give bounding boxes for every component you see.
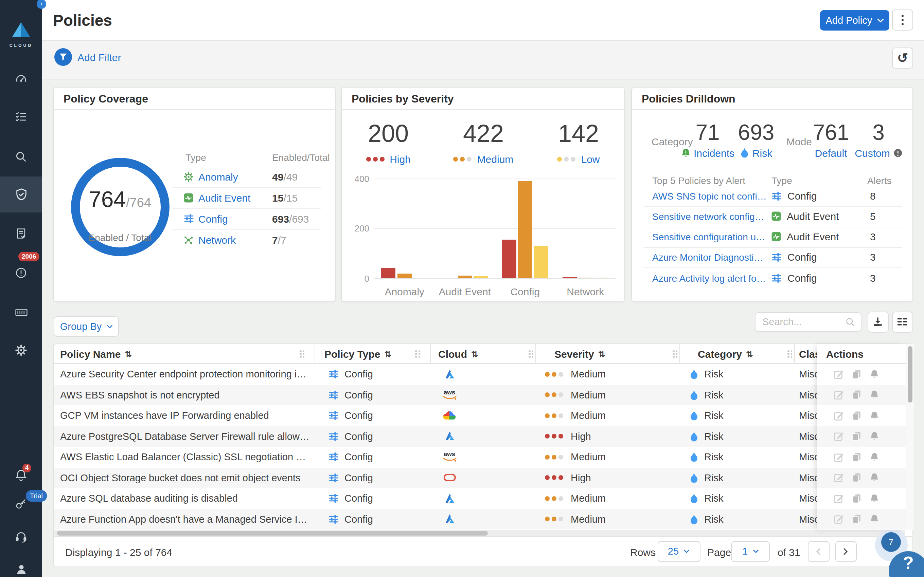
table-row[interactable]: Azure SQL database auditing is disabledC…: [53, 488, 905, 509]
type-link[interactable]: Audit Event: [199, 192, 250, 203]
gcp-cloud-icon: [443, 411, 456, 421]
column-header-name[interactable]: Policy Name⇅: [60, 344, 131, 364]
drilldown-stat-label-custom[interactable]: Custom: [855, 147, 902, 158]
cloud-logo[interactable]: CLOUD: [0, 22, 42, 48]
alarm-bell-icon[interactable]: [870, 493, 879, 504]
policy-link[interactable]: Sensitive configuration upd...: [652, 226, 768, 247]
table-horizontal-scrollbar[interactable]: [53, 530, 905, 536]
reset-filters-button[interactable]: ↺: [892, 48, 913, 69]
policy-link[interactable]: Sensitive network configur...: [652, 206, 768, 226]
stat-label[interactable]: High: [389, 153, 411, 164]
alarm-bell-icon[interactable]: [870, 390, 879, 400]
policy-name-cell[interactable]: AWS EBS snapshot is not encrypted: [60, 385, 310, 405]
more-actions-button[interactable]: [892, 10, 913, 31]
search-input[interactable]: [762, 313, 840, 331]
column-header-category[interactable]: Category⇅: [698, 344, 752, 364]
policy-link[interactable]: AWS SNS topic not configu...: [652, 186, 768, 206]
sidebar-item-dashboard[interactable]: [0, 64, 42, 94]
stat-label[interactable]: Low: [581, 153, 599, 164]
alarm-bell-icon[interactable]: [870, 411, 879, 421]
column-drag-handle[interactable]: [673, 350, 677, 358]
table-vertical-scrollbar[interactable]: [905, 344, 913, 530]
policy-link[interactable]: Azure Monitor Diagnostic ...: [652, 247, 768, 267]
edit-icon[interactable]: [834, 452, 844, 462]
sidebar-item-investigate[interactable]: [0, 142, 42, 172]
sidebar-item-notifications[interactable]: [0, 460, 42, 490]
column-header-severity[interactable]: Severity⇅: [554, 344, 604, 364]
sort-icon[interactable]: ⇅: [471, 349, 477, 359]
table-row[interactable]: Azure Security Center endpoint protectio…: [53, 364, 905, 385]
policy-name-cell[interactable]: Azure SQL database auditing is disabled: [60, 488, 310, 509]
edit-icon[interactable]: [834, 514, 844, 524]
stat-label[interactable]: Medium: [477, 153, 514, 164]
clone-icon[interactable]: [852, 452, 861, 462]
policy-name-cell[interactable]: Azure PostgreSQL Database Server Firewal…: [60, 426, 310, 446]
clone-icon[interactable]: [852, 411, 861, 421]
table-row[interactable]: AWS Elastic Load Balancer (Classic) SSL …: [53, 446, 905, 467]
policy-name-cell[interactable]: Azure Function App doesn't have a Manage…: [60, 509, 310, 529]
sidebar-item-compute[interactable]: [0, 297, 42, 327]
clone-icon[interactable]: [852, 369, 861, 379]
group-by-dropdown[interactable]: Group By: [54, 316, 119, 337]
alarm-bell-icon[interactable]: [870, 431, 879, 442]
sort-icon[interactable]: ⇅: [384, 349, 391, 359]
sidebar-item-inventory[interactable]: [0, 102, 42, 132]
sidebar-item-compliance[interactable]: [0, 218, 42, 248]
edit-icon[interactable]: [834, 369, 844, 379]
column-drag-handle[interactable]: [528, 350, 533, 358]
drilldown-stat-label-default[interactable]: Default: [815, 147, 847, 158]
clone-icon[interactable]: [852, 514, 861, 524]
clone-icon[interactable]: [852, 390, 861, 400]
column-settings-button[interactable]: [892, 311, 913, 332]
add-filter-button[interactable]: Add Filter: [78, 52, 121, 63]
next-page-button[interactable]: [835, 541, 856, 562]
table-row[interactable]: OCI Object Storage bucket does not emit …: [53, 467, 905, 488]
type-link[interactable]: Config: [199, 213, 228, 224]
sidebar-item-profile[interactable]: [0, 554, 42, 577]
table-row[interactable]: GCP VM instances have IP Forwarding enab…: [53, 405, 905, 426]
policy-link[interactable]: Azure Activity log alert for ...: [652, 268, 768, 288]
sidebar-item-support[interactable]: [0, 522, 42, 552]
clone-icon[interactable]: [852, 493, 861, 504]
type-link[interactable]: Network: [199, 234, 236, 245]
policy-name-cell[interactable]: AWS Elastic Load Balancer (Classic) SSL …: [60, 446, 310, 467]
column-drag-handle[interactable]: [300, 350, 304, 358]
page-select[interactable]: 1: [731, 541, 770, 562]
column-drag-handle[interactable]: [787, 350, 792, 358]
sort-icon[interactable]: ⇅: [125, 349, 131, 359]
sidebar-item-policies[interactable]: [0, 176, 42, 213]
policy-name-cell[interactable]: OCI Object Storage bucket does not emit …: [60, 467, 310, 488]
column-header-type[interactable]: Policy Type⇅: [325, 344, 391, 364]
type-link[interactable]: Anomaly: [199, 171, 238, 182]
sort-icon[interactable]: ⇅: [598, 349, 604, 359]
sort-icon[interactable]: ⇅: [746, 349, 752, 359]
table-row[interactable]: Azure Function App doesn't have a Manage…: [53, 509, 905, 529]
alarm-bell-icon[interactable]: [870, 473, 879, 483]
sidebar-item-settings[interactable]: [0, 335, 42, 365]
sidebar-item-alerts[interactable]: [0, 258, 42, 287]
alarm-bell-icon[interactable]: [870, 369, 879, 379]
clone-icon[interactable]: [852, 431, 861, 442]
edit-icon[interactable]: [834, 411, 844, 421]
column-header-cloud[interactable]: Cloud⇅: [438, 344, 477, 364]
column-drag-handle[interactable]: [415, 350, 420, 358]
edit-icon[interactable]: [834, 473, 844, 483]
drilldown-stat-label-incidents[interactable]: Incidents: [681, 147, 735, 158]
download-button[interactable]: [867, 311, 888, 332]
policy-name-cell[interactable]: GCP VM instances have IP Forwarding enab…: [60, 405, 310, 426]
rows-per-page-select[interactable]: 25: [657, 541, 700, 562]
drilldown-stat-label-risk[interactable]: Risk: [740, 147, 772, 158]
alarm-bell-icon[interactable]: [870, 452, 879, 462]
prev-page-button[interactable]: [808, 541, 829, 562]
filter-funnel-icon[interactable]: [54, 48, 72, 66]
add-policy-button[interactable]: Add Policy: [820, 10, 889, 31]
column-header-class[interactable]: Class: [799, 344, 817, 364]
edit-icon[interactable]: [834, 493, 844, 504]
edit-icon[interactable]: [834, 431, 844, 442]
clone-icon[interactable]: [852, 473, 861, 483]
table-row[interactable]: Azure PostgreSQL Database Server Firewal…: [53, 426, 905, 446]
policy-name-cell[interactable]: Azure Security Center endpoint protectio…: [60, 364, 310, 385]
table-row[interactable]: AWS EBS snapshot is not encryptedConfiga…: [53, 385, 905, 405]
edit-icon[interactable]: [834, 390, 844, 400]
alarm-bell-icon[interactable]: [870, 514, 879, 524]
